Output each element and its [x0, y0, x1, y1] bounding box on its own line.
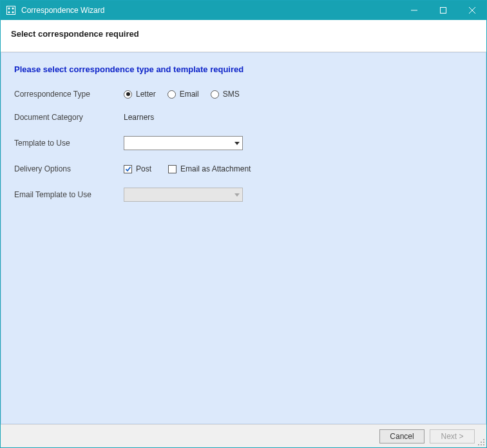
correspondence-type-group: Letter Email SMS [124, 90, 240, 99]
svg-point-15 [481, 444, 482, 445]
checkbox-email-attachment[interactable]: Email as Attachment [168, 164, 251, 173]
close-button[interactable] [457, 1, 486, 20]
instruction-text: Please select correspondence type and te… [14, 64, 473, 74]
email-template-dropdown [124, 188, 243, 202]
resize-grip-icon[interactable] [477, 438, 485, 446]
subheader: Select correspondence required [1, 20, 486, 52]
checkbox-post-label: Post [136, 164, 151, 173]
svg-point-13 [481, 442, 482, 443]
template-dropdown[interactable] [124, 136, 243, 150]
radio-email[interactable]: Email [167, 90, 199, 99]
radio-email-indicator [167, 90, 176, 99]
svg-rect-0 [7, 6, 15, 15]
window-title: Correspondence Wizard [21, 6, 104, 15]
svg-point-4 [12, 11, 14, 13]
checkbox-email-attachment-box [168, 165, 177, 173]
svg-point-2 [12, 7, 14, 9]
next-button[interactable]: Next > [430, 429, 475, 443]
svg-point-14 [483, 444, 484, 445]
svg-point-3 [8, 11, 10, 13]
row-document-category: Document Category Learners [14, 113, 473, 122]
label-correspondence-type: Correspondence Type [14, 90, 124, 99]
label-delivery-options: Delivery Options [14, 164, 124, 173]
content-panel: Please select correspondence type and te… [1, 52, 486, 424]
radio-letter[interactable]: Letter [124, 90, 156, 99]
subheader-title: Select correspondence required [11, 29, 476, 39]
document-category-value: Learners [124, 113, 154, 122]
radio-letter-label: Letter [136, 90, 156, 99]
maximize-button[interactable] [428, 1, 457, 20]
chevron-down-icon [234, 139, 240, 148]
row-template: Template to Use [14, 136, 473, 150]
svg-rect-6 [440, 8, 446, 14]
label-document-category: Document Category [14, 113, 124, 122]
radio-letter-indicator [124, 90, 132, 99]
svg-point-16 [478, 444, 479, 445]
checkbox-post[interactable]: Post [124, 164, 151, 173]
svg-marker-10 [234, 193, 240, 197]
row-delivery-options: Delivery Options Post Email as Attachmen… [14, 164, 473, 173]
radio-sms-label: SMS [223, 90, 240, 99]
chevron-down-icon [234, 190, 240, 199]
radio-sms[interactable]: SMS [211, 90, 240, 99]
svg-marker-9 [234, 142, 240, 145]
checkbox-email-attachment-label: Email as Attachment [180, 164, 251, 173]
radio-email-label: Email [180, 90, 199, 99]
svg-point-11 [483, 439, 484, 440]
svg-point-12 [483, 442, 484, 443]
label-template: Template to Use [14, 139, 124, 148]
app-icon [6, 5, 16, 15]
radio-sms-indicator [211, 90, 219, 99]
titlebar: Correspondence Wizard [1, 1, 486, 20]
checkbox-post-box [124, 165, 132, 173]
footer: Cancel Next > [1, 424, 486, 447]
svg-point-1 [8, 7, 10, 9]
cancel-button-label: Cancel [390, 432, 414, 441]
label-email-template: Email Template to Use [14, 190, 124, 199]
cancel-button[interactable]: Cancel [379, 429, 425, 443]
row-email-template: Email Template to Use [14, 188, 473, 202]
next-button-label: Next > [441, 432, 463, 441]
wizard-window: Correspondence Wizard Select corresponde… [0, 0, 487, 448]
row-correspondence-type: Correspondence Type Letter Email SMS [14, 90, 473, 99]
window-controls [399, 1, 486, 20]
minimize-button[interactable] [399, 1, 428, 20]
